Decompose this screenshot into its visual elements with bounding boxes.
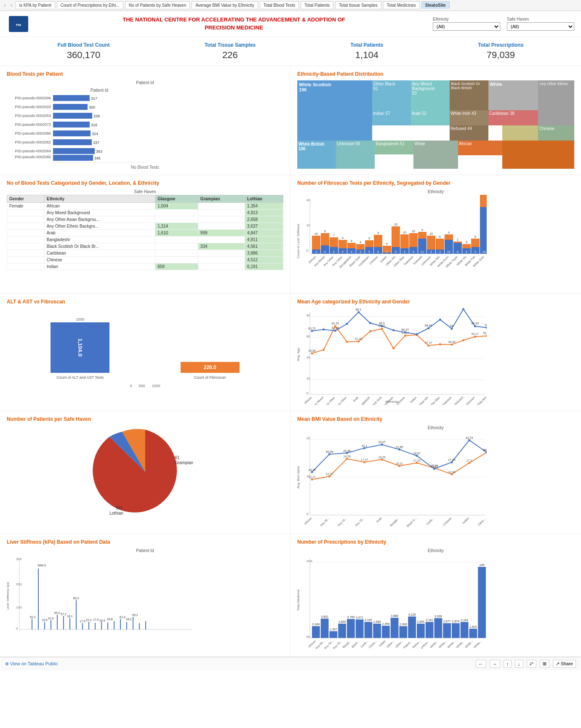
svg-text:64.43: 64.43 xyxy=(425,324,432,327)
svg-text:10: 10 xyxy=(447,250,450,253)
svg-rect-129 xyxy=(471,239,480,247)
blood-table-title: No of Blood Tests Categorized by Gender,… xyxy=(7,180,283,186)
bottom-forward[interactable]: → xyxy=(490,660,500,668)
bottom-back[interactable]: ← xyxy=(476,660,486,668)
svg-text:80.2: 80.2 xyxy=(73,597,79,600)
svg-text:0: 0 xyxy=(306,391,309,395)
svg-point-231 xyxy=(311,471,313,473)
svg-rect-336 xyxy=(321,619,329,638)
mean-age-chart: Avg. Age Ethnicity 80 60 40 20 0 39.8861… xyxy=(297,308,487,405)
svg-text:47.47: 47.47 xyxy=(425,341,432,344)
svg-text:41.0: 41.0 xyxy=(48,617,54,620)
svg-text:17.0: 17.0 xyxy=(93,618,99,621)
svg-text:10: 10 xyxy=(429,232,433,235)
svg-text:2,855: 2,855 xyxy=(417,620,425,623)
treemap-white-scottish: White Scottish196 xyxy=(297,80,372,141)
svg-text:5: 5 xyxy=(413,250,414,253)
svg-rect-381 xyxy=(452,623,460,638)
svg-rect-15 xyxy=(53,113,92,119)
svg-text:17.47: 17.47 xyxy=(361,458,368,461)
svg-rect-354 xyxy=(373,624,381,638)
svg-text:PID-pseudo-0002054: PID-pseudo-0002054 xyxy=(15,114,51,118)
kpi-tissue-label: Total Tissue Samples xyxy=(205,42,256,48)
svg-point-161 xyxy=(334,329,336,332)
svg-text:16.21: 16.21 xyxy=(396,462,403,465)
svg-text:White...: White... xyxy=(447,640,456,649)
blood-tests-chart: Patient Id PID-pseudo-0002006 PID-pseudo… xyxy=(7,87,283,170)
tab-total-patients[interactable]: Total Patients xyxy=(301,1,333,9)
svg-text:Carib...: Carib... xyxy=(426,517,434,526)
treemap: White Scottish196 Other Black61 Any Mixe… xyxy=(297,80,574,169)
treemap-other-black: Other Black61 xyxy=(372,80,411,110)
bottom-expand[interactable]: ⥂ xyxy=(527,660,536,668)
svg-text:African: African xyxy=(308,255,316,264)
svg-text:5: 5 xyxy=(368,250,370,253)
svg-rect-104 xyxy=(427,236,435,250)
panel-bmi: Mean BMI Value Based on Ethnicity Ethnic… xyxy=(290,411,581,534)
tab-patients-safe-heaven[interactable]: No of Patients by Safe Heaven xyxy=(125,1,190,9)
svg-text:52.2: 52.2 xyxy=(30,616,36,619)
bmi-title: Mean BMI Value Based on Ethnicity xyxy=(297,416,574,422)
svg-text:4,228: 4,228 xyxy=(408,613,416,616)
safe-haven-select[interactable]: (All) xyxy=(507,22,574,31)
svg-text:1: 1 xyxy=(457,238,458,241)
svg-text:4: 4 xyxy=(448,231,450,234)
svg-text:56.17: 56.17 xyxy=(472,332,479,335)
bottom-up[interactable]: ↑ xyxy=(504,660,512,668)
svg-point-200 xyxy=(451,343,453,345)
header-title: THE NATIONAL CENTRE FOR ACCELERATING THE… xyxy=(35,16,433,31)
panel-prescriptions: Number of Prescriptions by Ethnicity Eth… xyxy=(290,534,581,657)
nav-back[interactable]: ‹ xyxy=(3,2,7,8)
svg-rect-89 xyxy=(400,234,409,248)
svg-rect-21 xyxy=(53,139,92,145)
col-grampian: Grampian xyxy=(198,195,245,203)
svg-point-245 xyxy=(363,461,365,463)
svg-text:White Brit: White Brit xyxy=(476,396,487,405)
svg-point-213 xyxy=(486,335,487,337)
svg-text:4: 4 xyxy=(351,239,352,242)
svg-rect-39 xyxy=(312,236,320,250)
svg-text:3: 3 xyxy=(430,250,432,253)
nav-forward[interactable]: › xyxy=(9,2,13,8)
bottom-grid[interactable]: ⊞ xyxy=(540,660,549,668)
alt-ast-bar: 1,104.0 xyxy=(51,322,109,373)
svg-text:African: African xyxy=(308,640,316,648)
tab-bmi[interactable]: Average BMI Value by Ethnicity xyxy=(192,1,258,9)
svg-point-235 xyxy=(328,476,330,478)
tab-kpa[interactable]: is KPA by Patient xyxy=(16,1,55,9)
kpi-blood-label: Full Blood Test Count xyxy=(58,42,110,48)
svg-point-190 xyxy=(416,333,418,335)
svg-text:Any Ot...: Any Ot... xyxy=(323,640,334,650)
kpi-tissue: Total Tissue Samples 226 xyxy=(205,42,256,61)
svg-text:2,809: 2,809 xyxy=(338,620,346,623)
svg-text:9: 9 xyxy=(324,230,326,233)
pie-chart-svg: 61 Grampian 961 Lothian xyxy=(82,425,208,518)
ethnicity-select[interactable]: (All) xyxy=(433,22,500,31)
table-row: Chinese4,512 xyxy=(7,257,283,263)
svg-text:100: 100 xyxy=(16,606,22,609)
tab-blood-tests[interactable]: Total Blood Tests xyxy=(260,1,299,9)
svg-point-176 xyxy=(381,328,383,330)
kpi-row: Full Blood Test Count 360,170 Total Tiss… xyxy=(0,37,581,66)
svg-text:19.57: 19.57 xyxy=(413,452,421,455)
bottom-share[interactable]: ↗ Share xyxy=(553,660,576,668)
tab-steatosite[interactable]: SteatoSite xyxy=(421,1,450,9)
kpi-patients-label: Total Patients xyxy=(351,42,384,48)
kpi-patients: Total Patients 1,104 xyxy=(351,42,384,61)
tab-tissue-samples[interactable]: Total tissue Samples xyxy=(335,1,381,9)
bottom-bar: ⊕ View on Tableau Public ← → ↑ ↓ ⥂ ⊞ ↗ S… xyxy=(0,657,581,670)
svg-text:Arab: Arab xyxy=(376,517,382,523)
svg-text:61.96: 61.96 xyxy=(332,327,339,329)
svg-point-260 xyxy=(416,462,418,464)
svg-text:64: 64 xyxy=(450,324,453,327)
tab-total-medicines[interactable]: Total Medicines xyxy=(383,1,420,9)
svg-text:368.0: 368.0 xyxy=(37,563,46,567)
svg-text:Other...: Other... xyxy=(394,640,403,648)
view-tableau-link[interactable]: ⊕ View on Tableau Public xyxy=(5,661,58,667)
tab-prescriptions[interactable]: Count of Prescriptions by Ethi... xyxy=(57,1,123,9)
svg-point-270 xyxy=(451,473,453,475)
bottom-down[interactable]: ↓ xyxy=(515,660,523,668)
svg-text:48.48: 48.48 xyxy=(448,340,456,343)
svg-text:Chinese: Chinese xyxy=(369,255,378,265)
svg-text:57.2: 57.2 xyxy=(61,613,67,616)
